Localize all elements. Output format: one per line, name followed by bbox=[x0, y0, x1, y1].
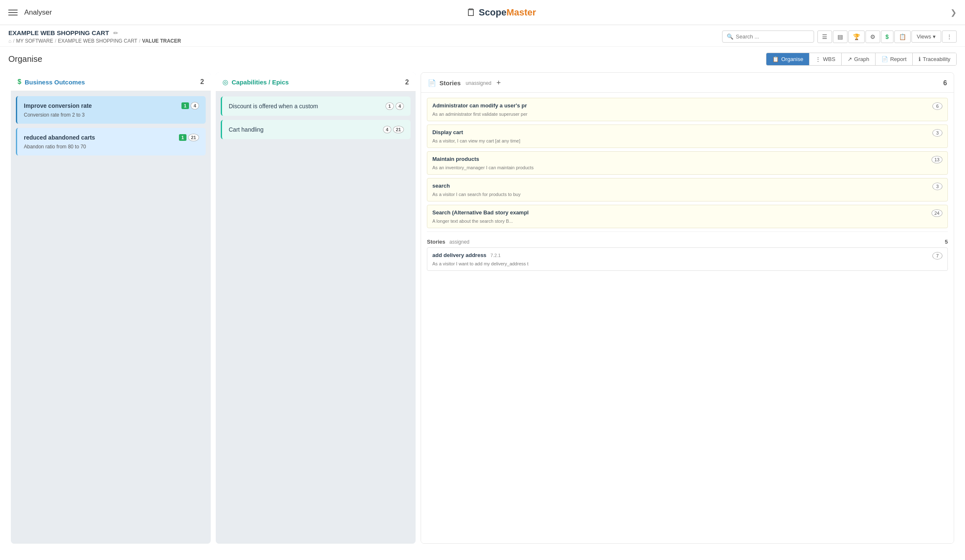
story-desc-0: As an administrator first validate super… bbox=[432, 112, 942, 117]
stories-divider bbox=[427, 232, 948, 232]
brand-logo: 🗒 ScopeMaster bbox=[466, 7, 536, 18]
business-outcomes-icon: $ bbox=[18, 78, 21, 86]
page-title: EXAMPLE WEB SHOPPING CART bbox=[8, 29, 109, 36]
outcome-badge-green-1: 1 bbox=[179, 134, 186, 141]
outcome-card-0[interactable]: Improve conversion rate 1 4 Conversion r… bbox=[16, 96, 206, 124]
outcome-card-title-0: Improve conversion rate bbox=[24, 102, 92, 109]
trophy-button[interactable]: 🏆 bbox=[848, 31, 865, 43]
outcome-badge-outline-1: 21 bbox=[188, 134, 199, 141]
breadcrumb-my-software[interactable]: MY SOFTWARE bbox=[16, 38, 54, 44]
story-card-0[interactable]: Administrator can modify a user's pr 6 A… bbox=[427, 98, 948, 121]
outcome-card-badges-0: 1 4 bbox=[181, 102, 199, 109]
brand-name: ScopeMaster bbox=[479, 7, 536, 18]
views-label: Views bbox=[917, 33, 931, 40]
business-outcomes-count: 2 bbox=[200, 78, 204, 86]
story-card-header-3: search 3 bbox=[432, 183, 942, 190]
breadcrumb-current: VALUE TRACER bbox=[142, 38, 181, 44]
tab-organise[interactable]: 📋 Organise bbox=[766, 53, 809, 65]
story-title-1: Display cart bbox=[432, 129, 932, 135]
views-dropdown-button[interactable]: Views ▾ bbox=[911, 31, 941, 43]
report-button[interactable]: 📋 bbox=[894, 31, 911, 43]
stories-assigned-label: assigned bbox=[449, 239, 470, 245]
capabilities-title: Capabilities / Epics bbox=[232, 79, 289, 86]
list-view-button[interactable]: ☰ bbox=[817, 31, 832, 43]
story-card-header-2: Maintain products 13 bbox=[432, 156, 942, 163]
story-card-3[interactable]: search 3 As a visitor I can search for p… bbox=[427, 178, 948, 201]
traceability-tab-icon: ℹ bbox=[919, 56, 921, 62]
story-card-header-1: Display cart 3 bbox=[432, 129, 942, 137]
stories-icon: 📄 bbox=[428, 79, 436, 87]
analyser-label: Analyser bbox=[24, 8, 52, 17]
story-card-header-0: Administrator can modify a user's pr 6 bbox=[432, 102, 942, 110]
tab-graph[interactable]: ↗ Graph bbox=[842, 53, 876, 65]
tab-traceability[interactable]: ℹ Traceability bbox=[913, 53, 956, 65]
epic-card-title-0: Discount is offered when a custom bbox=[229, 103, 318, 109]
outcome-card-title-1: reduced abandoned carts bbox=[24, 134, 95, 141]
top-nav: Analyser 🗒 ScopeMaster ❯ bbox=[0, 0, 965, 25]
breadcrumb-sep-0: / bbox=[13, 38, 14, 44]
story-badge-0: 6 bbox=[932, 102, 942, 110]
story-badge-4: 24 bbox=[932, 209, 942, 217]
toolbar-area: 🔍 ☰ ▤ 🏆 ⚙ $ 📋 Views ▾ ⋮ bbox=[722, 31, 957, 43]
breadcrumb-sep-2: / bbox=[139, 38, 140, 44]
story-desc-3: As a visitor I can search for products t… bbox=[432, 192, 942, 197]
nav-left: Analyser bbox=[8, 8, 52, 17]
story-badge-2: 13 bbox=[932, 156, 942, 163]
search-box[interactable]: 🔍 bbox=[722, 31, 814, 43]
edit-icon[interactable]: ✏ bbox=[113, 30, 118, 36]
epic-card-header-1: Cart handling 4 21 bbox=[229, 126, 404, 133]
view-tabs: 📋 Organise ⋮ WBS ↗ Graph 📄 Report ℹ Trac… bbox=[766, 53, 957, 66]
more-options-button[interactable]: ⋮ bbox=[942, 31, 957, 43]
story-badge-3: 3 bbox=[932, 183, 942, 190]
stories-unassigned-label: unassigned bbox=[466, 80, 491, 86]
story-desc-1: As a visitor, I can view my cart [at any… bbox=[432, 138, 942, 143]
settings-button[interactable]: ⚙ bbox=[865, 31, 880, 43]
epic-card-0[interactable]: Discount is offered when a custom 1 4 bbox=[221, 97, 411, 116]
search-input[interactable] bbox=[736, 33, 809, 40]
search-icon: 🔍 bbox=[727, 33, 733, 40]
assigned-story-card-0[interactable]: add delivery address 7.2.1 7 As a visito… bbox=[427, 247, 948, 271]
assigned-story-badge-0: 7 bbox=[932, 252, 942, 260]
story-card-1[interactable]: Display cart 3 As a visitor, I can view … bbox=[427, 125, 948, 148]
story-desc-2: As an inventory_manager I can maintain p… bbox=[432, 165, 942, 170]
tab-report[interactable]: 📄 Report bbox=[876, 53, 913, 65]
business-outcomes-title: Business Outcomes bbox=[25, 79, 85, 86]
tab-wbs[interactable]: ⋮ WBS bbox=[809, 53, 842, 65]
epic-card-title-1: Cart handling bbox=[229, 126, 263, 133]
story-title-3: search bbox=[432, 183, 932, 189]
grid-view-button[interactable]: ▤ bbox=[833, 31, 848, 43]
report-tab-icon: 📄 bbox=[881, 56, 888, 62]
stories-body: Administrator can modify a user's pr 6 A… bbox=[421, 93, 954, 543]
capabilities-panel: ◎ Capabilities / Epics 2 Discount is off… bbox=[216, 72, 416, 544]
assigned-story-card-header-0: add delivery address 7.2.1 7 bbox=[432, 252, 942, 260]
breadcrumb-section: EXAMPLE WEB SHOPPING CART ✏ ⌂ / MY SOFTW… bbox=[8, 29, 181, 44]
business-outcomes-header: $ Business Outcomes 2 bbox=[11, 72, 211, 91]
assigned-story-title-0: add delivery address 7.2.1 bbox=[432, 252, 932, 258]
outcome-card-desc-1: Abandon ratio from 80 to 70 bbox=[24, 144, 199, 150]
outcome-card-header-0: Improve conversion rate 1 4 bbox=[24, 102, 199, 109]
brand-icon: 🗒 bbox=[466, 7, 476, 18]
outcome-badge-green-0: 1 bbox=[181, 102, 189, 109]
hamburger-menu[interactable] bbox=[8, 10, 18, 15]
stories-unassigned-count: 6 bbox=[943, 79, 947, 87]
story-title-2: Maintain products bbox=[432, 156, 932, 162]
toolbar-buttons: ☰ ▤ 🏆 ⚙ $ 📋 Views ▾ ⋮ bbox=[817, 31, 957, 43]
business-outcomes-panel: $ Business Outcomes 2 Improve conversion… bbox=[11, 72, 211, 544]
outcome-badge-outline-0: 4 bbox=[191, 102, 199, 109]
stories-add-icon[interactable]: + bbox=[496, 79, 501, 87]
graph-tab-icon: ↗ bbox=[848, 56, 852, 62]
story-card-2[interactable]: Maintain products 13 As an inventory_man… bbox=[427, 151, 948, 175]
home-icon[interactable]: ⌂ bbox=[8, 38, 11, 44]
outcome-card-1[interactable]: reduced abandoned carts 1 21 Abandon rat… bbox=[16, 128, 206, 155]
stories-header-left: 📄 Stories unassigned + bbox=[428, 79, 501, 87]
epic-badge1-0: 1 bbox=[385, 102, 394, 110]
panel-header-left: $ Business Outcomes bbox=[18, 78, 85, 86]
main-title: Organise bbox=[8, 54, 42, 64]
story-card-4[interactable]: Search (Alternative Bad story exampl 24 … bbox=[427, 205, 948, 228]
dollar-button[interactable]: $ bbox=[881, 31, 894, 43]
epic-card-1[interactable]: Cart handling 4 21 bbox=[221, 120, 411, 139]
breadcrumb-project[interactable]: EXAMPLE WEB SHOPPING CART bbox=[58, 38, 138, 44]
epic-card-badges-1: 4 21 bbox=[383, 126, 404, 133]
nav-chevron-icon[interactable]: ❯ bbox=[950, 8, 957, 17]
breadcrumb-sep-1: / bbox=[55, 38, 56, 44]
